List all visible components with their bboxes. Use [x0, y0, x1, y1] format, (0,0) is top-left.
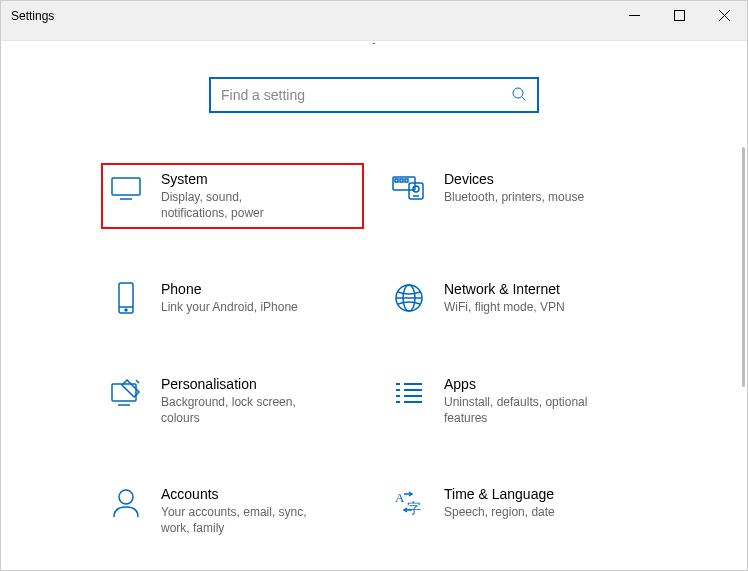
svg-rect-10	[400, 179, 403, 182]
search-box[interactable]	[209, 77, 539, 113]
tile-desc: Your accounts, email, sync, work, family	[161, 504, 311, 536]
settings-grid: System Display, sound, notifications, po…	[101, 163, 647, 544]
tile-title: Time & Language	[444, 486, 639, 502]
time-language-icon: A字	[392, 486, 426, 520]
close-icon	[719, 10, 730, 21]
system-icon	[109, 171, 143, 205]
scrollbar-thumb[interactable]	[742, 147, 745, 387]
tile-apps[interactable]: Apps Uninstall, defaults, optional featu…	[384, 368, 647, 434]
tile-desc: Link your Android, iPhone	[161, 299, 311, 315]
network-icon	[392, 281, 426, 315]
devices-icon	[392, 171, 426, 205]
tile-title: Accounts	[161, 486, 356, 502]
tile-devices[interactable]: Devices Bluetooth, printers, mouse	[384, 163, 647, 229]
apps-icon	[392, 376, 426, 410]
personalisation-icon	[109, 376, 143, 410]
svg-rect-6	[112, 178, 140, 195]
tile-desc: Background, lock screen, colours	[161, 394, 311, 426]
titlebar: Settings	[1, 1, 747, 41]
window-controls	[612, 1, 747, 29]
svg-line-5	[522, 97, 526, 101]
tile-title: System	[161, 171, 356, 187]
tile-desc: WiFi, flight mode, VPN	[444, 299, 594, 315]
tile-time-language[interactable]: A字 Time & Language Speech, region, date	[384, 478, 647, 544]
svg-rect-1	[675, 10, 685, 20]
search-icon	[511, 86, 527, 105]
maximize-button[interactable]	[657, 1, 702, 29]
search-container	[41, 77, 707, 113]
svg-point-4	[513, 88, 523, 98]
tile-phone[interactable]: Phone Link your Android, iPhone	[101, 273, 364, 323]
phone-icon	[109, 281, 143, 315]
tile-title: Apps	[444, 376, 639, 392]
minimize-button[interactable]	[612, 1, 657, 29]
search-input[interactable]	[221, 87, 511, 103]
tile-system[interactable]: System Display, sound, notifications, po…	[101, 163, 364, 229]
svg-point-13	[413, 186, 419, 192]
tile-accounts[interactable]: Accounts Your accounts, email, sync, wor…	[101, 478, 364, 544]
accounts-icon	[109, 486, 143, 520]
tile-title: Network & Internet	[444, 281, 639, 297]
svg-line-23	[136, 380, 139, 383]
tile-personalisation[interactable]: Personalisation Background, lock screen,…	[101, 368, 364, 434]
svg-rect-11	[405, 179, 408, 182]
tile-title: Devices	[444, 171, 639, 187]
svg-point-32	[119, 490, 133, 504]
tile-desc: Uninstall, defaults, optional features	[444, 394, 594, 426]
svg-point-17	[125, 309, 127, 311]
tile-network[interactable]: Network & Internet WiFi, flight mode, VP…	[384, 273, 647, 323]
tile-title: Personalisation	[161, 376, 356, 392]
tile-desc: Display, sound, notifications, power	[161, 189, 311, 221]
minimize-icon	[629, 10, 640, 21]
close-button[interactable]	[702, 1, 747, 29]
tile-desc: Speech, region, date	[444, 504, 594, 520]
maximize-icon	[674, 10, 685, 21]
svg-text:字: 字	[407, 501, 421, 516]
tile-title: Phone	[161, 281, 356, 297]
tile-desc: Bluetooth, printers, mouse	[444, 189, 594, 205]
window-title: Settings	[11, 7, 54, 23]
svg-rect-9	[395, 179, 398, 182]
vertical-scrollbar[interactable]	[741, 147, 747, 566]
content-area: - System Display, sound, notifications, …	[1, 37, 747, 566]
svg-text:A: A	[395, 490, 405, 505]
